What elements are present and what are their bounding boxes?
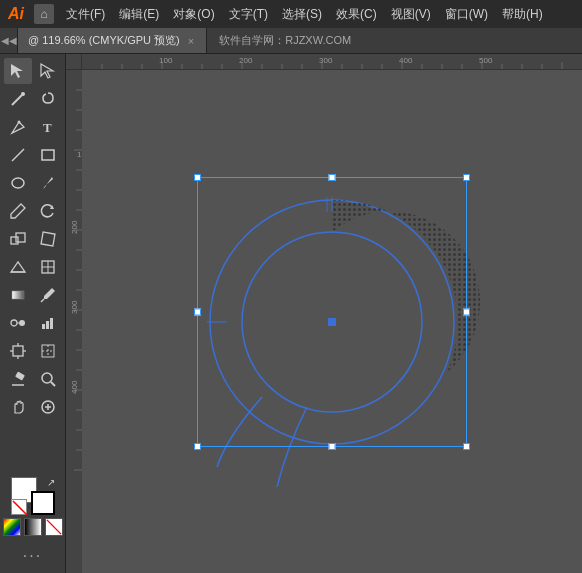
menu-select[interactable]: 选择(S) (276, 4, 328, 25)
menu-window[interactable]: 窗口(W) (439, 4, 494, 25)
svg-point-5 (17, 121, 20, 124)
line-tool[interactable] (4, 142, 32, 168)
menu-view[interactable]: 视图(V) (385, 4, 437, 25)
gradient-tools-row (4, 282, 62, 308)
svg-point-20 (11, 320, 17, 326)
none-swatch[interactable] (11, 499, 27, 515)
rotate-icon (39, 202, 57, 220)
svg-text:200: 200 (70, 220, 79, 234)
scale-tools-row (4, 226, 62, 252)
svg-text:400: 400 (70, 380, 79, 394)
artboard (167, 157, 497, 487)
eraser-tools-row (4, 366, 62, 392)
gradient-icon (9, 286, 27, 304)
home-icon-button[interactable]: ⌂ (34, 4, 54, 24)
menu-bar: 文件(F) 编辑(E) 对象(O) 文字(T) 选择(S) 效果(C) 视图(V… (60, 4, 574, 25)
svg-text:300: 300 (70, 300, 79, 314)
eraser-tool[interactable] (4, 366, 32, 392)
magic-wand-tool[interactable] (4, 86, 32, 112)
menu-object[interactable]: 对象(O) (167, 4, 220, 25)
direct-selection-tool[interactable] (34, 58, 62, 84)
menu-effect[interactable]: 效果(C) (330, 4, 383, 25)
eyedropper-tool[interactable] (34, 282, 62, 308)
pencil-tools-row (4, 198, 62, 224)
slice-icon (39, 342, 57, 360)
panel-collapse-button[interactable]: ◀◀ (0, 28, 18, 53)
collapse-icon: ◀◀ (1, 35, 17, 46)
hand-tool[interactable] (4, 394, 32, 420)
zoom-tool[interactable] (34, 366, 62, 392)
lasso-icon (39, 90, 57, 108)
active-tab[interactable]: @ 119.66% (CMYK/GPU 预览) × (18, 28, 207, 53)
ruler-left-svg: 100 200 300 400 (66, 70, 82, 573)
slice-tool[interactable] (34, 338, 62, 364)
ruler-top: 100 200 300 400 500 (66, 54, 582, 70)
type-tool[interactable]: T (34, 114, 62, 140)
pencil-tool[interactable] (4, 198, 32, 224)
canvas-content[interactable] (82, 70, 582, 573)
swap-fill-stroke-icon[interactable]: ↗ (47, 477, 55, 488)
eraser-icon (9, 370, 27, 388)
svg-rect-34 (15, 371, 25, 380)
scale-icon (9, 230, 27, 248)
zoom-icon (39, 370, 57, 388)
eyedropper-icon (39, 286, 57, 304)
title-bar: Ai ⌂ 文件(F) 编辑(E) 对象(O) 文字(T) 选择(S) 效果(C)… (0, 0, 582, 28)
ruler-left: 100 200 300 400 (66, 70, 82, 573)
selection-icon (9, 62, 27, 80)
rectangle-icon (39, 146, 57, 164)
main-area: T (0, 54, 582, 573)
stroke-swatch[interactable] (31, 491, 55, 515)
svg-point-21 (19, 320, 25, 326)
paintbrush-tool[interactable] (34, 170, 62, 196)
svg-line-19 (41, 299, 44, 302)
art-canvas (167, 157, 497, 487)
rotate-tool[interactable] (34, 198, 62, 224)
ellipse-icon (9, 174, 27, 192)
menu-edit[interactable]: 编辑(E) (113, 4, 165, 25)
rectangle-tool[interactable] (34, 142, 62, 168)
color-area: ↗ ... (0, 473, 66, 569)
view-zoom-tool[interactable] (34, 394, 62, 420)
magic-lasso-row (4, 86, 62, 112)
more-tools-button[interactable]: ... (19, 539, 46, 565)
svg-text:500: 500 (479, 56, 493, 65)
none-button[interactable] (45, 518, 63, 536)
view-zoom-icon (39, 398, 57, 416)
svg-rect-25 (50, 318, 53, 329)
svg-text:100: 100 (159, 56, 173, 65)
svg-rect-11 (11, 237, 18, 244)
blend-tool[interactable] (4, 310, 32, 336)
menu-help[interactable]: 帮助(H) (496, 4, 549, 25)
canvas-area[interactable]: 100 200 300 400 500 (66, 54, 582, 573)
paintbrush-icon (39, 174, 57, 192)
menu-file[interactable]: 文件(F) (60, 4, 111, 25)
svg-line-41 (13, 501, 27, 515)
svg-point-4 (21, 92, 25, 96)
svg-rect-26 (13, 346, 23, 356)
svg-marker-0 (11, 64, 23, 78)
magic-wand-icon (9, 90, 27, 108)
artboard-tool[interactable] (4, 338, 32, 364)
selection-tool[interactable] (4, 58, 32, 84)
color-button[interactable] (3, 518, 21, 536)
perspective-tool[interactable] (4, 254, 32, 280)
artboard-icon (9, 342, 27, 360)
menu-type[interactable]: 文字(T) (223, 4, 274, 25)
svg-text:T: T (43, 120, 52, 135)
column-graph-tool[interactable] (34, 310, 62, 336)
lasso-tool[interactable] (34, 86, 62, 112)
fill-stroke-swatches: ↗ (11, 477, 55, 515)
mesh-tool[interactable] (34, 254, 62, 280)
tab-close-button[interactable]: × (186, 35, 196, 47)
pen-tool[interactable] (4, 114, 32, 140)
gradient-button[interactable] (24, 518, 42, 536)
ellipse-tool[interactable] (4, 170, 32, 196)
blend-tools-row (4, 310, 62, 336)
scale-tool[interactable] (4, 226, 32, 252)
artboard-tools-row (4, 338, 62, 364)
svg-text:200: 200 (239, 56, 253, 65)
gradient-tool[interactable] (4, 282, 32, 308)
hand-icon (9, 398, 27, 416)
free-transform-tool[interactable] (34, 226, 62, 252)
